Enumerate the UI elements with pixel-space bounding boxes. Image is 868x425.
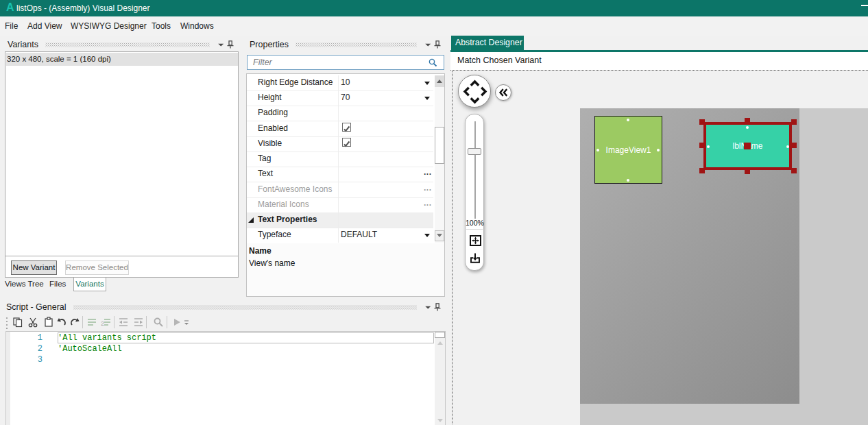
svg-text:2: 2: [101, 320, 104, 327]
